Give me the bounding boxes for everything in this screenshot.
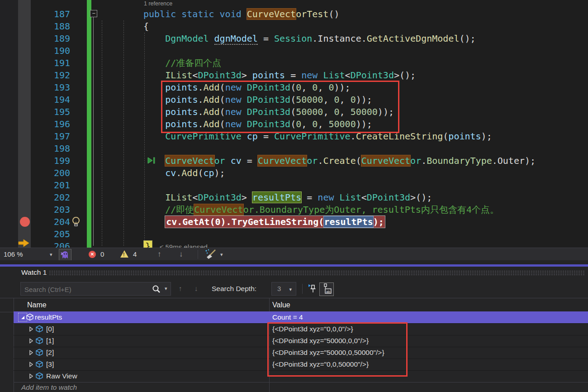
line-number[interactable]: 199	[18, 155, 70, 167]
code-token[interactable]: ();	[459, 33, 475, 44]
code-token[interactable]: );	[214, 167, 225, 178]
text-visualizer-icon[interactable]: ab	[319, 282, 334, 296]
code-token[interactable]: ≤ 59ms elapsed	[160, 243, 208, 248]
watch-row-resultpts[interactable]: resultPtsCount = 4	[14, 311, 588, 324]
code-token[interactable]: Add	[181, 167, 198, 178]
code-token[interactable]: or	[214, 155, 225, 166]
code-token[interactable]: //即使	[143, 204, 194, 215]
code-token[interactable]	[334, 192, 339, 203]
error-icon[interactable]: ✕	[89, 251, 96, 258]
watch-name[interactable]: Raw View	[46, 370, 77, 382]
code-token[interactable]: orTest	[296, 9, 328, 19]
line-number[interactable]: 192	[18, 69, 70, 81]
line-number[interactable]: 196	[18, 118, 70, 130]
codelens-references[interactable]: 1 reference	[144, 0, 172, 7]
code-token[interactable]: <	[361, 192, 367, 203]
column-header-name[interactable]: Name	[27, 298, 47, 312]
code-token[interactable]: cv	[165, 167, 176, 178]
code-token[interactable]: //准备四个点	[143, 57, 221, 68]
code-token[interactable]	[209, 33, 214, 44]
line-number[interactable]: 201	[18, 179, 70, 191]
code-token[interactable]: .	[318, 155, 323, 166]
watch-name[interactable]: resultPts	[35, 311, 62, 323]
code-line-206[interactable]: }≤ 59ms elapsed	[143, 240, 208, 248]
code-token[interactable]: GetActiveDgnModel	[367, 33, 460, 44]
code-token[interactable]: CurveVect	[258, 155, 307, 166]
code-token[interactable]: (	[198, 167, 203, 178]
next-issue-icon[interactable]: ↓	[179, 248, 183, 261]
code-token[interactable]: DPoint3d	[367, 192, 410, 203]
zoom-level-control[interactable]: 106 %	[4, 248, 23, 261]
line-number[interactable]: 187	[18, 8, 70, 20]
error-count[interactable]: 0	[100, 248, 104, 261]
prev-issue-icon[interactable]: ↑	[157, 248, 161, 261]
code-line-200[interactable]: cv.Add(cp);	[143, 167, 225, 179]
code-token[interactable]: CurveVect	[247, 9, 296, 19]
code-token[interactable]: IList	[165, 70, 192, 81]
code-token[interactable]: >();	[394, 70, 416, 81]
code-token[interactable]: >	[242, 192, 252, 203]
code-token[interactable]: );	[373, 216, 384, 227]
code-token[interactable]: =	[242, 155, 258, 166]
code-token[interactable]: dgnModel	[214, 33, 258, 45]
code-token[interactable]	[143, 216, 165, 227]
code-line-187[interactable]: public static void CurveVectorTest()	[143, 8, 340, 20]
code-token[interactable]	[143, 167, 165, 178]
code-line-199[interactable]: CurveVector cv = CurveVector.Create(Curv…	[143, 155, 536, 167]
code-token[interactable]: .	[176, 167, 181, 178]
code-cleanup-caret-icon[interactable]: ▾	[220, 248, 223, 261]
collapse-icon[interactable]	[19, 314, 26, 320]
code-token[interactable]: >	[242, 70, 252, 81]
zoom-caret-icon[interactable]: ▾	[50, 248, 52, 261]
code-token[interactable]: >();	[410, 192, 432, 203]
code-token[interactable]: DPoint3d	[198, 192, 241, 203]
selection-margin[interactable]	[0, 0, 18, 248]
code-token[interactable]: cv.GetAt(0).TryGetLineString(resultPts);	[165, 216, 385, 228]
execution-pointer-icon[interactable]	[18, 239, 30, 248]
code-token[interactable]	[318, 70, 323, 81]
code-token[interactable]: (	[443, 131, 448, 142]
warning-icon[interactable]: !	[120, 250, 128, 258]
code-token[interactable]	[143, 70, 165, 81]
watch-name[interactable]: [1]	[46, 335, 54, 347]
code-token[interactable]	[143, 192, 165, 203]
intellicode-icon[interactable]	[59, 249, 71, 261]
code-token[interactable]: }	[143, 240, 152, 248]
code-token[interactable]: <	[192, 192, 198, 203]
code-token[interactable]: {	[143, 21, 149, 32]
search-prev-icon[interactable]: ↑	[179, 282, 182, 296]
line-number[interactable]: 195	[18, 106, 70, 118]
code-line-202[interactable]: IList<DPoint3d> resultPts = new List<DPo…	[143, 191, 432, 204]
code-token[interactable]: public static void	[143, 9, 247, 19]
code-token[interactable]: =	[285, 70, 301, 81]
line-number[interactable]: 190	[18, 45, 70, 57]
code-editor[interactable]: − 1 reference 18718818919019119219319419…	[0, 0, 588, 248]
code-token[interactable]: CurveVect	[165, 155, 214, 166]
code-token[interactable]: Session	[274, 33, 312, 44]
column-header-value[interactable]: Value	[272, 298, 290, 312]
code-token[interactable]: cv.GetAt(0).TryGetLineString(	[166, 216, 324, 227]
code-token[interactable]: points	[252, 70, 285, 81]
line-number[interactable]: 194	[18, 94, 70, 106]
code-token[interactable]: List	[323, 70, 345, 81]
watch-search-box[interactable]: ▾	[20, 282, 171, 296]
line-number[interactable]: 189	[18, 33, 70, 45]
code-token[interactable]: =	[301, 192, 318, 203]
code-token[interactable]: (	[356, 155, 361, 166]
code-token[interactable]	[225, 155, 231, 166]
code-token[interactable]: <	[192, 70, 198, 81]
line-number[interactable]: 203	[18, 204, 70, 216]
code-token[interactable]: new	[301, 70, 318, 81]
search-caret-icon[interactable]: ▾	[165, 286, 167, 292]
watch-title[interactable]: Watch 1	[21, 268, 47, 277]
code-token[interactable]: BoundaryType	[427, 155, 492, 166]
code-token[interactable]: DPoint3d	[198, 70, 241, 81]
code-token[interactable]: or	[410, 155, 421, 166]
code-token[interactable]: new	[318, 192, 334, 203]
code-token[interactable]: ()	[328, 9, 339, 19]
code-token[interactable]: points	[448, 131, 481, 142]
watch-name[interactable]: [0]	[46, 323, 54, 335]
code-token[interactable]: <	[345, 70, 351, 81]
code-token[interactable]: cv	[231, 155, 242, 166]
code-token[interactable]: .Outer);	[492, 155, 536, 166]
